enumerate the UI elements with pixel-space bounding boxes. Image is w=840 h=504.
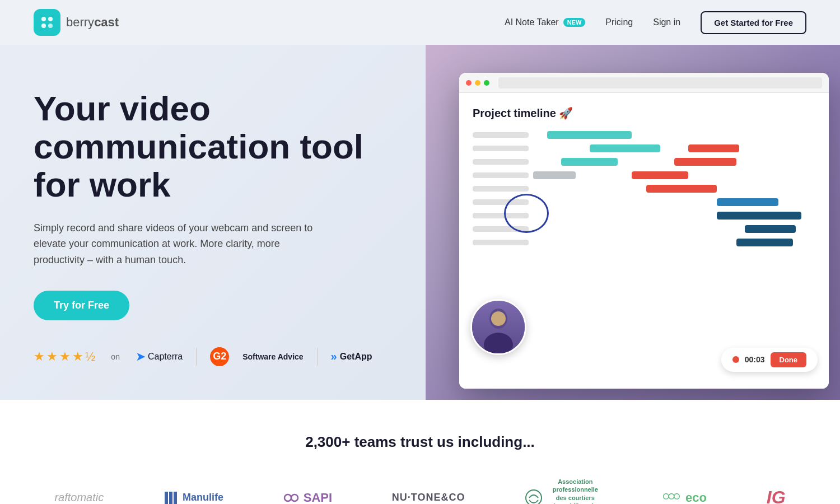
svg-point-10 xyxy=(284,494,291,501)
logos-row-1: raftomatic Manulife SAPI NU·TONE&CO xyxy=(34,478,806,504)
recording-bar: 00:03 Done xyxy=(721,348,818,372)
hero-title: Your video communication tool for work xyxy=(34,90,392,204)
webcam-bubble xyxy=(470,299,526,355)
webcam-person xyxy=(472,301,525,353)
svg-point-15 xyxy=(674,493,680,499)
hero-section: Your video communication tool for work S… xyxy=(0,45,840,400)
logo-ig: IG xyxy=(767,487,786,504)
star-rating: ★ ★ ★ ★ ½ xyxy=(34,349,95,364)
annotation-circle xyxy=(504,194,549,233)
svg-rect-7 xyxy=(165,492,168,504)
on-text: on xyxy=(111,352,120,361)
svg-point-14 xyxy=(669,493,674,499)
logo-manulife: Manulife xyxy=(164,491,223,504)
svg-point-0 xyxy=(41,17,46,21)
software-advice-logo: Software Advice xyxy=(242,352,303,361)
browser-dot-yellow xyxy=(475,80,480,86)
logo-eco: eco xyxy=(663,491,707,504)
logo-nutone: NU·TONE&CO xyxy=(392,492,465,503)
divider-2 xyxy=(317,348,318,366)
logo-sapi: SAPI xyxy=(283,490,332,504)
try-for-free-button[interactable]: Try for Free xyxy=(34,291,129,320)
browser-dot-green xyxy=(484,80,489,86)
svg-rect-9 xyxy=(174,492,177,504)
logo-icon xyxy=(34,9,60,36)
nav-signin[interactable]: Sign in xyxy=(653,17,680,27)
hero-left: Your video communication tool for work S… xyxy=(0,45,426,400)
svg-point-1 xyxy=(48,17,53,21)
capterra-logo: ➤ Capterra xyxy=(136,349,183,364)
logo-text: berrycast xyxy=(66,15,119,30)
ratings-row: ★ ★ ★ ★ ½ on ➤ Capterra G2 Software Advi… xyxy=(34,347,392,366)
trust-section: 2,300+ teams trust us including... rafto… xyxy=(0,400,840,504)
browser-bar xyxy=(459,73,829,93)
trust-title: 2,300+ teams trust us including... xyxy=(34,433,806,451)
g2-logo: G2 xyxy=(210,347,229,366)
navigation: berrycast AI Note Taker NEW Pricing Sign… xyxy=(0,0,840,45)
getapp-logo: » GetApp xyxy=(331,350,372,363)
recording-time: 00:03 xyxy=(745,355,765,364)
svg-point-12 xyxy=(526,490,542,504)
divider-1 xyxy=(196,348,197,366)
svg-rect-8 xyxy=(169,492,172,504)
svg-point-3 xyxy=(48,24,53,28)
svg-point-11 xyxy=(291,494,298,501)
new-badge: NEW xyxy=(563,18,586,27)
browser-dot-red xyxy=(466,80,472,86)
nav-pricing[interactable]: Pricing xyxy=(605,17,633,27)
getapp-icon: » xyxy=(331,350,337,363)
nav-get-started-button[interactable]: Get Started for Free xyxy=(701,11,806,34)
svg-point-13 xyxy=(664,493,669,499)
recording-dot xyxy=(732,356,739,363)
svg-point-2 xyxy=(41,24,46,28)
browser-url-bar xyxy=(498,77,822,88)
logo-raftomatic: raftomatic xyxy=(54,491,104,504)
svg-point-5 xyxy=(484,333,513,353)
logo-association: Association professionnelle des courtier… xyxy=(525,478,603,504)
capterra-arrow-icon: ➤ xyxy=(136,349,146,364)
project-title: Project timeline 🚀 xyxy=(473,106,815,120)
hero-subtitle: Simply record and share videos of your w… xyxy=(34,220,325,268)
nav-links: AI Note Taker NEW Pricing Sign in Get St… xyxy=(505,11,806,34)
logo[interactable]: berrycast xyxy=(34,9,119,36)
product-screenshot: Project timeline 🚀 xyxy=(459,73,829,389)
hero-screenshot-area: Project timeline 🚀 xyxy=(426,45,840,400)
svg-point-6 xyxy=(491,311,506,326)
done-button-sim: Done xyxy=(771,352,807,367)
screenshot-body: Project timeline 🚀 xyxy=(459,93,829,389)
nav-ai-note-taker[interactable]: AI Note Taker NEW xyxy=(505,17,585,27)
